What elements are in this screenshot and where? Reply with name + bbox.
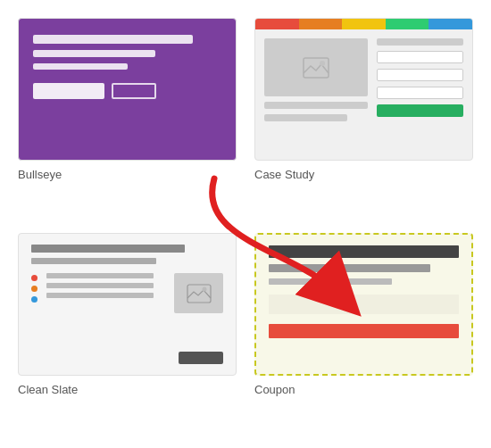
coupon-red-bar <box>269 324 459 338</box>
bullseye-input <box>33 83 104 99</box>
bullseye-line1 <box>33 35 193 44</box>
topbar-seg4 <box>386 19 429 29</box>
case-study-right <box>377 38 463 151</box>
case-study-image <box>264 38 368 96</box>
casestudy-input3 <box>377 87 463 99</box>
coupon-label: Coupon <box>254 383 295 396</box>
topbar-seg3 <box>342 19 386 29</box>
cleanslate-image <box>174 273 223 313</box>
case-study-body <box>255 29 472 160</box>
case-study-label: Case Study <box>254 168 314 181</box>
coupon-gray-bar1 <box>269 264 430 272</box>
clean-slate-label: Clean Slate <box>18 383 78 396</box>
case-study-left <box>264 38 368 151</box>
casestudy-input2 <box>377 69 463 81</box>
cleanslate-sm3 <box>46 293 154 298</box>
svg-point-1 <box>320 61 325 66</box>
cleanslate-bullets <box>31 273 37 313</box>
bullseye-label: Bullseye <box>18 168 62 181</box>
case-study-thumbnail <box>254 18 473 161</box>
cleanslate-sm1 <box>46 273 154 278</box>
bullseye-thumbnail <box>18 18 237 161</box>
casestudy-text1 <box>264 102 368 109</box>
coupon-dark-bar <box>269 245 459 258</box>
clean-slate-thumbnail <box>18 233 237 376</box>
topbar-seg5 <box>429 19 472 29</box>
coupon-card[interactable]: Coupon <box>254 233 473 430</box>
bullet2 <box>31 286 37 292</box>
bullet1 <box>31 275 37 281</box>
bullseye-line2 <box>33 50 155 57</box>
cleanslate-sm2 <box>46 283 154 288</box>
bullet3 <box>31 296 37 303</box>
cleanslate-content <box>31 273 223 313</box>
bullseye-line3 <box>33 63 128 70</box>
case-study-topbar <box>255 19 472 29</box>
coupon-gray-bar2 <box>269 278 392 285</box>
topbar-seg2 <box>299 19 343 29</box>
casestudy-text2 <box>264 114 347 121</box>
clean-slate-card[interactable]: Clean Slate <box>18 233 237 430</box>
cleanslate-line2 <box>31 258 156 264</box>
bullseye-card[interactable]: Bullseye <box>18 18 237 215</box>
casestudy-btn <box>377 104 463 117</box>
cleanslate-btn <box>179 352 223 364</box>
bullseye-bottom <box>33 83 221 99</box>
coupon-thumbnail <box>254 233 473 376</box>
topbar-seg1 <box>255 19 299 29</box>
coupon-light-section <box>269 295 459 314</box>
casestudy-text3 <box>377 38 463 46</box>
case-study-card[interactable]: Case Study <box>254 18 473 215</box>
svg-point-3 <box>202 286 206 291</box>
cleanslate-line1 <box>31 245 185 253</box>
casestudy-input1 <box>377 51 463 63</box>
bullseye-btn <box>112 83 156 99</box>
cleanslate-textcol <box>46 273 165 313</box>
